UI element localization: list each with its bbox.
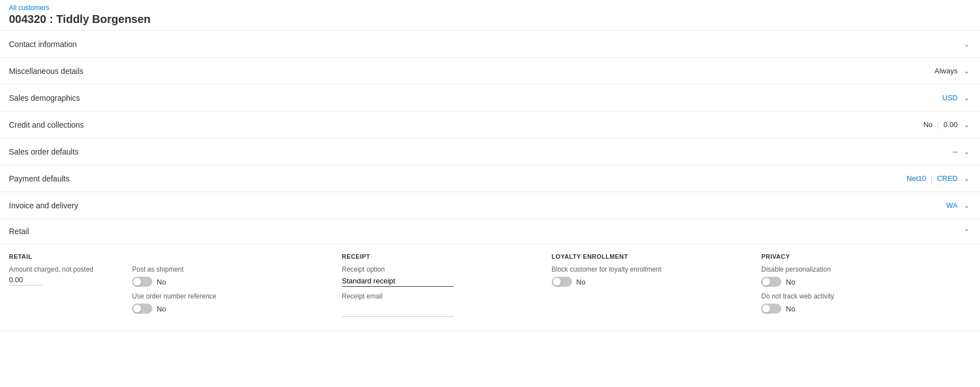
use-order-ref-toggle-row: No <box>132 304 324 314</box>
block-label: Block customer for loyalty enrollment <box>552 265 744 273</box>
post-as-shipment-toggle-row: No <box>132 277 324 287</box>
payment-meta-net10: Net10 <box>907 174 926 183</box>
post-as-shipment-value: No <box>157 278 166 286</box>
chevron-down-icon-sales-demo: ⌄ <box>962 94 971 102</box>
retail-col: RETAIL Amount charged, not posted 0.00 <box>9 253 132 317</box>
credit-meta-amount: 0.00 <box>944 120 958 129</box>
chevron-down-icon-payment: ⌄ <box>962 175 971 183</box>
section-title-misc: Miscellaneous details <box>9 67 935 76</box>
section-title-contact: Contact information <box>9 40 958 49</box>
post-as-shipment-label: Post as shipment <box>132 265 324 273</box>
chevron-down-icon-credit: ⌄ <box>962 121 971 129</box>
credit-meta-divider: | <box>937 120 939 129</box>
privacy-col-header: PRIVACY <box>761 253 953 260</box>
block-loyalty-toggle[interactable] <box>552 277 572 287</box>
do-not-track-label: Do not track web activity <box>761 292 953 300</box>
section-misc[interactable]: Miscellaneous details Always ⌄ <box>0 58 980 85</box>
chevron-down-icon-contact: ⌄ <box>962 40 971 48</box>
use-order-ref-value: No <box>157 305 166 313</box>
retail-section: Retail ⌄ RETAIL Amount charged, not post… <box>0 219 980 331</box>
sales-order-meta-dash: -- <box>953 147 958 156</box>
disable-personalization-toggle-row: No <box>761 277 953 287</box>
invoice-meta-wa: WA <box>946 201 958 209</box>
privacy-col: PRIVACY Disable personalization No Do no… <box>761 253 971 317</box>
receipt-col-header: RECEIPT <box>342 253 534 260</box>
loyalty-col: LOYALTY ENROLLMENT Block customer for lo… <box>552 253 762 317</box>
receipt-col: RECEIPT Receipt option Receipt email <box>342 253 552 317</box>
chevron-down-icon-invoice: ⌄ <box>962 202 971 209</box>
payment-meta-cred: CRED <box>937 174 958 183</box>
section-payment[interactable]: Payment defaults Net10 | CRED ⌄ <box>0 165 980 192</box>
section-meta-credit: No | 0.00 <box>923 120 958 129</box>
breadcrumb-bar: All customers <box>0 0 980 13</box>
breadcrumb-link[interactable]: All customers <box>9 4 49 12</box>
loyalty-col-header: LOYALTY ENROLLMENT <box>552 253 744 260</box>
misc-meta-always: Always <box>935 67 958 75</box>
section-meta-invoice: WA <box>946 201 958 209</box>
disable-personalization-value: No <box>786 278 795 286</box>
do-not-track-toggle-row: No <box>761 304 953 314</box>
section-title-invoice: Invoice and delivery <box>9 201 946 210</box>
disable-personalization-toggle[interactable] <box>761 277 781 287</box>
do-not-track-toggle[interactable] <box>761 304 781 314</box>
block-toggle-row: No <box>552 277 744 287</box>
amount-value: 0.00 <box>9 276 43 286</box>
page-title: 004320 : Tiddly Borgensen <box>0 13 980 30</box>
retail-section-header[interactable]: Retail ⌄ <box>0 219 980 244</box>
receipt-email-value-container <box>342 302 534 317</box>
sales-demo-meta-usd: USD <box>943 94 958 102</box>
section-title-sales-order: Sales order defaults <box>9 147 953 156</box>
section-title-sales-demo: Sales demographics <box>9 94 943 102</box>
section-invoice[interactable]: Invoice and delivery WA ⌄ <box>0 192 980 219</box>
retail-content: RETAIL Amount charged, not posted 0.00 ​… <box>0 244 980 330</box>
block-value: No <box>576 278 586 286</box>
section-credit[interactable]: Credit and collections No | 0.00 ⌄ <box>0 111 980 138</box>
post-as-shipment-toggle[interactable] <box>132 277 152 287</box>
do-not-track-value: No <box>786 305 795 313</box>
chevron-up-icon-retail: ⌄ <box>962 227 971 235</box>
retail-col-header: RETAIL <box>9 253 114 260</box>
receipt-email-label: Receipt email <box>342 292 534 300</box>
chevron-down-icon-misc: ⌄ <box>962 67 971 75</box>
receipt-option-value-container <box>342 276 534 287</box>
section-meta-misc: Always <box>935 67 958 75</box>
main-container: All customers 004320 : Tiddly Borgensen … <box>0 0 980 387</box>
section-contact[interactable]: Contact information ⌄ <box>0 31 980 58</box>
section-meta-sales-order: -- <box>953 147 958 156</box>
section-title-retail: Retail <box>9 227 962 236</box>
chevron-down-icon-sales-order: ⌄ <box>962 148 971 156</box>
receipt-option-input[interactable] <box>342 276 454 287</box>
section-title-credit: Credit and collections <box>9 120 923 129</box>
section-meta-sales-demo: USD <box>943 94 958 102</box>
receipt-email-input[interactable] <box>342 306 454 317</box>
section-title-payment: Payment defaults <box>9 174 907 183</box>
amount-label: Amount charged, not posted <box>9 265 114 273</box>
credit-meta-no: No <box>923 120 933 129</box>
receipt-option-label: Receipt option <box>342 265 534 273</box>
section-sales-order[interactable]: Sales order defaults -- ⌄ <box>0 138 980 165</box>
use-order-ref-toggle[interactable] <box>132 304 152 314</box>
use-order-ref-label: Use order number reference <box>132 292 324 300</box>
payment-meta-divider: | <box>931 174 932 183</box>
section-sales-demo[interactable]: Sales demographics USD ⌄ <box>0 85 980 111</box>
disable-personalization-label: Disable personalization <box>761 265 953 273</box>
section-meta-payment: Net10 | CRED <box>907 174 958 183</box>
shipment-col: ​ Post as shipment No Use order number r… <box>132 253 342 317</box>
